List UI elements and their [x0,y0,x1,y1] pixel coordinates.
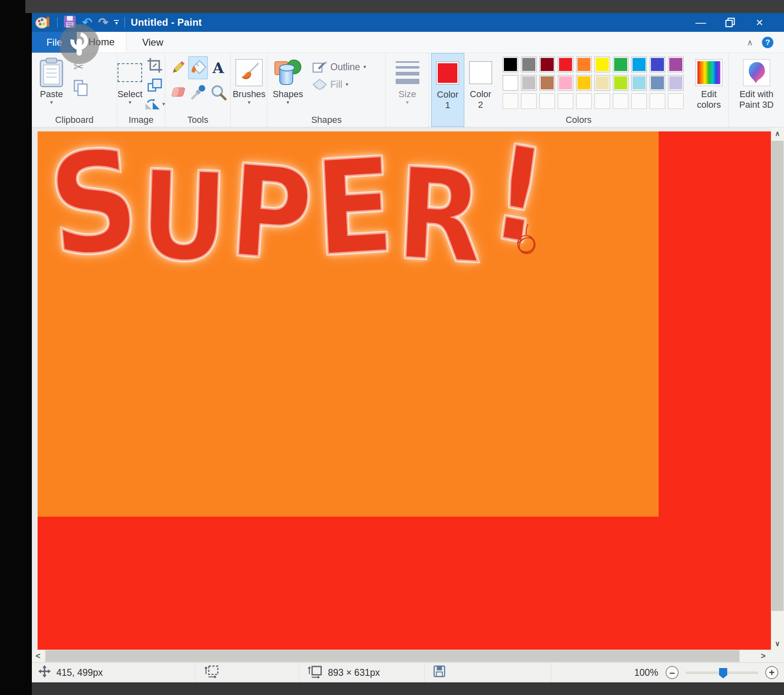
palette-swatch[interactable] [631,75,647,91]
window-controls: — × [686,13,784,32]
zoom-slider-thumb[interactable] [719,668,727,679]
edit-colors-label: Edit colors [690,89,727,110]
outline-label: Outline [330,62,360,73]
titlebar-separator [125,17,125,28]
brush-icon [236,59,263,86]
restore-button[interactable] [715,13,745,32]
drawing-canvas[interactable]: SUPER! [38,131,771,650]
color1-label: Color [437,89,459,100]
qat-customize-dropdown-icon[interactable]: ▾ [114,20,119,25]
shapes-label: Shapes [273,89,303,100]
palette-swatch[interactable] [539,75,555,91]
palette-swatch[interactable] [650,75,665,91]
group-label-shapes: Shapes [267,115,385,125]
paste-clipboard-icon [40,56,63,89]
zoom-slider[interactable] [686,672,758,674]
palette-swatch[interactable] [613,57,628,72]
palette-swatch-empty[interactable] [613,93,628,109]
help-icon[interactable]: ? [762,37,773,48]
shapes-dropdown-icon[interactable]: ▾ [287,100,290,105]
palette-swatch-empty[interactable] [650,93,665,109]
palette-swatch[interactable] [576,57,592,72]
rotate-icon[interactable]: ▾ [144,98,165,110]
redo-icon[interactable]: ↷ [98,16,108,29]
select-rectangle-icon [118,63,142,82]
selection-size-cell [195,663,299,682]
fill-tool[interactable] [188,56,208,79]
palette-swatch[interactable] [503,57,518,72]
scroll-left-icon[interactable]: < [32,650,44,662]
palette-swatch[interactable] [595,57,610,72]
palette-swatch[interactable] [539,57,555,72]
palette-swatch-empty[interactable] [503,93,518,109]
palette-swatch-empty[interactable] [631,93,647,109]
group-brushes: Brushes ▾ [231,53,267,127]
cursor-position-cell: 415, 499px [32,663,195,682]
horizontal-scrollbar[interactable]: < > [32,650,771,662]
magnifier-tool[interactable] [209,82,228,102]
vertical-scrollbar[interactable]: ∧ ∨ [771,127,784,650]
fill-button[interactable]: Fill ▾ [312,78,366,91]
scrollbar-corner [771,650,784,662]
color-picker-tool[interactable] [188,82,208,102]
palette-swatch[interactable] [558,75,573,91]
palette-swatch-empty[interactable] [558,93,573,109]
scroll-up-icon[interactable]: ∧ [771,127,784,140]
close-button[interactable]: × [745,13,774,32]
size-button[interactable]: Size ▾ [386,53,429,105]
palette-swatch[interactable] [595,75,610,91]
crop-icon[interactable] [147,58,162,74]
group-paint3d: Edit with Paint 3D [729,53,784,127]
zoom-in-button[interactable]: + [765,666,778,679]
palette-swatch[interactable] [503,75,518,91]
scroll-right-icon[interactable]: > [757,650,769,662]
group-label-image: Image [117,115,165,125]
outline-dropdown-icon[interactable]: ▾ [363,64,366,70]
minimize-button[interactable]: — [686,13,715,32]
text-tool[interactable]: A [209,56,228,79]
move-cursor-icon [38,664,51,681]
palette-swatch-empty[interactable] [521,93,537,109]
edit-with-paint3d-button[interactable]: Edit with Paint 3D [729,53,784,110]
palette-swatch[interactable] [668,75,684,91]
copy-icon[interactable] [74,80,88,98]
palette-swatch-empty[interactable] [668,93,684,109]
palette-swatch[interactable] [631,57,647,72]
brushes-button[interactable]: Brushes ▾ [231,53,267,105]
resize-icon[interactable] [147,78,162,94]
vertical-scrollbar-thumb[interactable] [771,141,784,611]
touch-pointer-icon [67,31,91,57]
paint3d-icon [743,59,770,86]
palette-swatch[interactable] [521,57,537,72]
pencil-tool[interactable] [168,56,187,79]
paste-dropdown-icon[interactable]: ▾ [50,100,53,105]
group-label-colors: Colors [429,115,728,125]
palette-swatch-empty[interactable] [576,93,592,109]
horizontal-scrollbar-thumb[interactable] [45,650,739,662]
palette-swatch-empty[interactable] [539,93,555,109]
eraser-tool[interactable] [168,82,187,102]
outline-button[interactable]: Outline ▾ [312,60,366,74]
palette-swatch[interactable] [558,57,573,72]
rotate-dropdown-icon[interactable]: ▾ [162,101,165,107]
ribbon-tab-row: File Home View ∧ ? [32,32,784,53]
palette-swatch[interactable] [650,57,665,72]
brushes-dropdown-icon[interactable]: ▾ [248,100,251,105]
tab-view[interactable]: View [127,32,179,53]
zoom-out-button[interactable]: – [666,666,679,679]
canvas-size-cell: 893 × 631px [299,663,425,682]
select-dropdown-icon[interactable]: ▾ [129,100,131,105]
palette-swatch[interactable] [576,75,592,91]
screen-top-margin [25,0,784,13]
collapse-ribbon-icon[interactable]: ∧ [747,38,753,47]
size-dropdown-icon[interactable]: ▾ [406,100,409,105]
titlebar-separator [57,17,58,28]
paste-label: Paste [40,89,63,100]
palette-swatch[interactable] [668,57,684,72]
palette-swatch-empty[interactable] [595,93,610,109]
scroll-down-icon[interactable]: ∨ [771,637,784,650]
palette-swatch[interactable] [613,75,628,91]
palette-swatch[interactable] [521,75,537,91]
screen-bottom-margin [32,682,784,695]
fill-dropdown-icon[interactable]: ▾ [345,82,348,87]
